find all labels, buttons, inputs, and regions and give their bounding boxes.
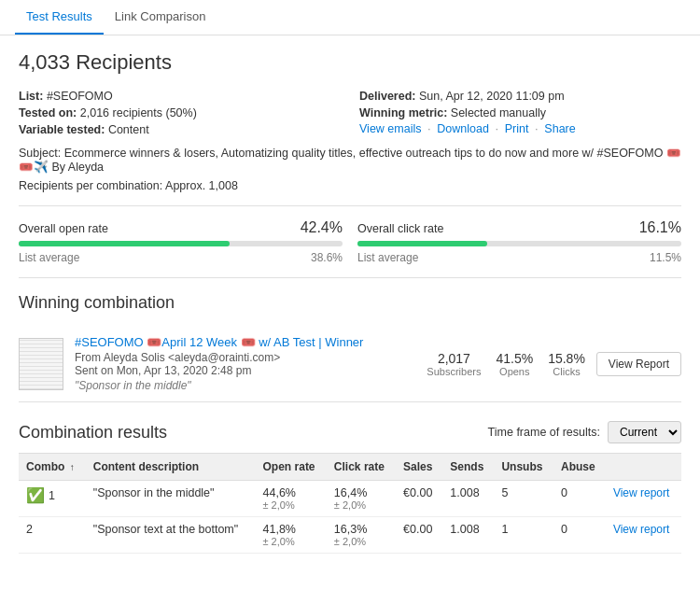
row2-abuse: 0 [553,517,606,554]
timeframe-selector: Time frame of results: Current [488,421,681,443]
tab-test-results[interactable]: Test Results [15,0,104,35]
metrics-row: Overall open rate 42.4% List average 38.… [19,219,681,264]
stat-subscribers: 2,017 Subscribers [427,351,481,377]
tested-on-label: Tested on: [19,106,77,119]
table-row: 2 "Sponsor text at the bottom" 41,8% ± 2… [19,517,681,554]
sort-arrow-icon: ↑ [70,462,75,472]
variable-tested-row: Variable tested: Content [19,121,341,138]
row1-open-rate: 44,6% ± 2,0% [256,481,327,517]
open-rate-label: Overall open rate [19,222,108,235]
row1-sales: €0.00 [396,481,442,517]
click-rate-label: Overall click rate [357,222,443,235]
col-sends: Sends [442,454,494,481]
click-rate-bar-fill [357,241,487,246]
delivered-row: Delivered: Sun, Apr 12, 2020 11:09 pm [359,88,681,105]
col-description: Content description [86,454,256,481]
col-combo[interactable]: Combo ↑ [19,454,86,481]
row1-combo-num: 1 [49,489,55,502]
row1-sends: 1.008 [442,481,494,517]
subject-value: Ecommerce winners & losers, Automatizing… [19,147,681,174]
open-rate-bar-fill [19,241,230,246]
variable-tested-label: Variable tested: [19,123,105,136]
row1-view-report-link[interactable]: View report [613,486,669,499]
stat-opens-label: Opens [496,366,533,377]
click-rate-avg: List average 11.5% [357,251,681,264]
click-rate-block: Overall click rate 16.1% List average 11… [357,219,681,264]
page-title: 4,033 Recipients [19,50,681,75]
open-rate-avg-value: 38.6% [311,251,343,264]
delivered-label: Delivered: [359,90,415,103]
row2-sales: €0.00 [396,517,442,554]
row2-sends: 1.008 [442,517,494,554]
recipients-value-text: Approx. 1,008 [165,179,238,192]
winner-stats: 2,017 Subscribers 41.5% Opens 15.8% Clic… [427,351,584,377]
winner-thumbnail [19,338,63,390]
stat-subscribers-label: Subscribers [427,366,481,377]
row2-combo-num: 2 [26,523,33,536]
main-content: 4,033 Recipients List: #SEOFOMO Tested o… [0,35,700,569]
col-open-rate: Open rate [256,454,327,481]
variable-tested-value: Content [108,123,149,136]
winning-metric-value: Selected manually [451,106,546,119]
winner-quote: "Sponsor in the middle" [75,379,415,392]
stat-clicks: 15.8% Clicks [548,351,585,377]
row1-click-rate: 16,4% ± 2,0% [327,481,396,517]
col-actions [606,454,681,481]
row1-link: View report [606,481,681,517]
winner-view-report-button[interactable]: View Report [596,352,681,376]
row1-description: "Sponsor in the middle" [86,481,256,517]
tested-on-row: Tested on: 2,016 recipients (50%) [19,105,341,121]
subject-label: Subject: [19,147,61,160]
open-rate-avg: List average 38.6% [19,251,343,264]
combination-results-table: Combo ↑ Content description Open rate Cl… [19,453,681,554]
row2-unsubs: 1 [494,517,553,554]
winner-card: #SEOFOMO 🎟️April 12 Week 🎟️ w/ AB Test |… [19,326,681,402]
subject-row: Subject: Ecommerce winners & losers, Aut… [19,146,681,174]
winner-from: From Aleyda Solis <aleyda@orainti.com> [75,351,415,364]
stat-clicks-label: Clicks [548,366,585,377]
combination-results-title: Combination results [19,423,167,442]
click-rate-avg-label: List average [357,251,418,264]
list-label: List: [19,90,43,103]
open-rate-avg-label: List average [19,251,79,264]
open-rate-bar-bg [19,241,343,246]
stat-opens: 41.5% Opens [496,351,533,377]
click-rate-value: 16.1% [639,219,681,236]
col-sales: Sales [396,454,442,481]
table-header-row: Combo ↑ Content description Open rate Cl… [19,454,681,481]
tabs-container: Test Results Link Comparison [0,0,700,35]
winner-title-link[interactable]: #SEOFOMO 🎟️April 12 Week 🎟️ w/ AB Test |… [75,335,363,349]
list-row: List: #SEOFOMO [19,88,341,105]
winner-info: #SEOFOMO 🎟️April 12 Week 🎟️ w/ AB Test |… [75,335,415,392]
list-value-text: #SEOFOMO [47,90,113,103]
recipients-label: Recipients per combination: [19,179,162,192]
stat-subscribers-value: 2,017 [427,351,481,366]
row2-view-report-link[interactable]: View report [613,523,669,536]
col-unsubs: Unsubs [494,454,553,481]
open-rate-header: Overall open rate 42.4% [19,219,343,236]
winning-combination-section: Winning combination #SEOFOMO 🎟️April 12 … [19,293,681,402]
share-link[interactable]: Share [544,122,575,135]
divider-1 [19,205,681,206]
metrics-section: Overall open rate 42.4% List average 38.… [19,219,681,264]
combination-results-section: Combination results Time frame of result… [19,421,681,554]
winner-sent: Sent on Mon, Apr 13, 2020 2:48 pm [75,364,415,377]
stat-clicks-value: 15.8% [548,351,585,366]
tested-on-value: 2,016 recipients (50%) [80,106,197,119]
row2-combo-cell: 2 [19,517,86,554]
row1-combo-cell: ✅ 1 [19,481,86,517]
stat-opens-value: 41.5% [496,351,533,366]
row1-unsubs: 5 [494,481,553,517]
winning-metric-label: Winning metric: [359,106,447,119]
click-rate-bar-bg [357,241,681,246]
timeframe-select[interactable]: Current [608,421,681,443]
row2-open-rate: 41,8% ± 2,0% [256,517,327,554]
print-link[interactable]: Print [505,122,529,135]
recipients-row: Recipients per combination: Approx. 1,00… [19,179,681,192]
download-link[interactable]: Download [437,122,489,135]
winner-check-icon: ✅ [26,486,45,504]
col-click-rate: Click rate [327,454,396,481]
view-emails-link[interactable]: View emails [359,122,421,135]
tab-link-comparison[interactable]: Link Comparison [104,0,217,35]
info-grid: List: #SEOFOMO Tested on: 2,016 recipien… [19,88,681,138]
